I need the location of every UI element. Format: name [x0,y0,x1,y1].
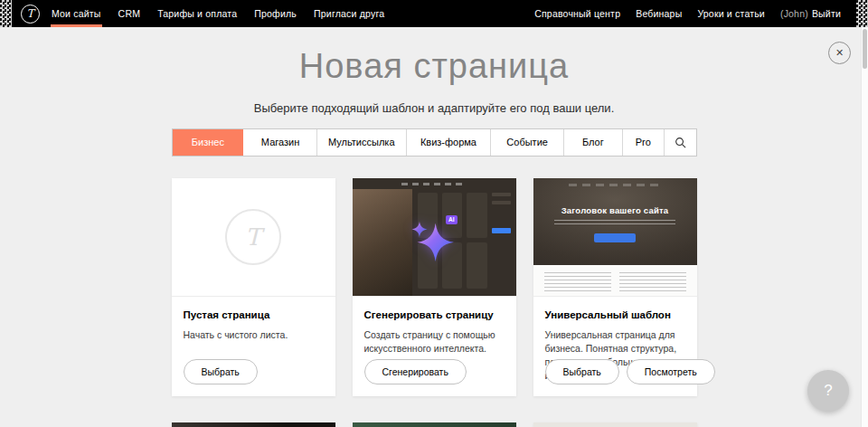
card-description: Начать с чистого листа. [184,328,324,342]
nav-logout[interactable]: (John) Выйти [780,0,841,27]
page-title: Новая страница [0,47,868,87]
preview-hero-heading: Заголовок вашего сайта [561,205,669,215]
template-cards-row: T Пустая страница Начать с чистого листа… [172,178,697,396]
preview-text-column [619,272,686,293]
help-button[interactable]: ? [807,370,849,412]
card-title: Сгенерировать страницу [364,309,505,320]
ai-badge: AI [446,215,458,225]
universal-template-preview: Заголовок вашего сайта [533,178,697,297]
generate-button[interactable]: Сгенерировать [364,359,467,384]
tilda-logo-letter: T [26,7,33,20]
nav-plans-payment[interactable]: Тарифы и оплата [157,0,237,27]
watermark-letter: T [245,223,260,251]
nav-invite-friend[interactable]: Пригласи друга [314,0,384,27]
blank-page-preview: T [172,178,335,297]
close-button[interactable]: ✕ [828,42,851,64]
main-nav: Мои сайты CRM Тарифы и оплата Профиль Пр… [52,0,401,27]
tilda-logo[interactable]: T [21,5,40,24]
nav-my-sites[interactable]: Мои сайты [52,0,101,27]
template-card-partial[interactable] [353,422,516,427]
halftone-pattern-left [0,0,12,27]
new-page-dialog: ✕ Новая страница Выберите подходящий шаб… [0,27,868,427]
nav-crm[interactable]: CRM [118,0,141,27]
preview-hero-text-placeholder [554,220,675,226]
card-actions: Выбрать [184,359,258,384]
template-card-partial[interactable] [533,422,697,427]
template-card-blank-page: T Пустая страница Начать с чистого листа… [172,178,335,396]
preview-text-section [533,265,697,296]
template-card-ai-generate: AI Сгенерировать страницу Создать страни… [353,178,516,396]
ai-generate-preview: AI [353,178,516,297]
template-card-universal: Заголовок вашего сайта Универсальный шаб… [533,178,697,396]
preview-cta-button [594,233,636,242]
scrollbar[interactable] [861,27,868,427]
preview-text-column [544,272,611,293]
view-universal-button[interactable]: Посмотреть [627,359,715,384]
secondary-nav: Справочный центр Вебинары Уроки и статьи… [534,0,856,27]
preview-hero: Заголовок вашего сайта [533,178,697,265]
nav-help-center[interactable]: Справочный центр [534,0,620,27]
tab-business[interactable]: Бизнес [173,129,244,156]
tab-blog[interactable]: Блог [563,129,622,156]
card-actions: Выбрать Посмотреть [545,359,715,384]
choose-blank-button[interactable]: Выбрать [184,359,258,384]
tab-multilink[interactable]: Мультиссылка [316,129,406,156]
template-category-tabs: Бизнес Магазин Мультиссылка Квиз-форма С… [172,128,697,157]
preview-sidebar-placeholder [492,193,511,289]
card-title: Универсальный шаблон [545,309,685,320]
card-body: Пустая страница Начать с чистого листа. [172,297,335,342]
template-cards-row-2 [172,422,697,427]
topbar: T Мои сайты CRM Тарифы и оплата Профиль … [0,0,868,27]
tilda-watermark-icon: T [225,209,281,265]
card-title: Пустая страница [184,309,324,320]
card-body: Сгенерировать страницу Создать страницу … [353,297,516,356]
tab-quiz-form[interactable]: Квиз-форма [406,129,491,156]
template-card-partial[interactable] [172,422,335,427]
preview-nav-placeholder [401,183,467,185]
tab-shop[interactable]: Магазин [243,129,316,156]
preview-hero-nav-placeholder [569,184,660,186]
nav-profile[interactable]: Профиль [254,0,297,27]
nav-webinars[interactable]: Вебинары [636,0,682,27]
account-user-name: (John) [780,8,808,19]
choose-universal-button[interactable]: Выбрать [545,359,619,384]
card-actions: Сгенерировать [364,359,467,384]
scrollbar-thumb[interactable] [863,29,867,69]
tab-event[interactable]: Событие [490,129,563,156]
nav-lessons-articles[interactable]: Уроки и статьи [697,0,765,27]
logout-label: Выйти [812,8,841,19]
halftone-pattern-right [856,0,868,27]
tab-pro[interactable]: Pro [622,129,664,156]
page-subtitle: Выберите подходящий шаблон и адаптируйте… [0,101,868,115]
card-description: Создать страницу с помощью искусственног… [364,328,505,356]
search-icon [675,137,686,148]
preview-photo-placeholder [353,189,413,296]
tab-search[interactable] [664,129,696,156]
preview-blue-chip [492,228,511,233]
